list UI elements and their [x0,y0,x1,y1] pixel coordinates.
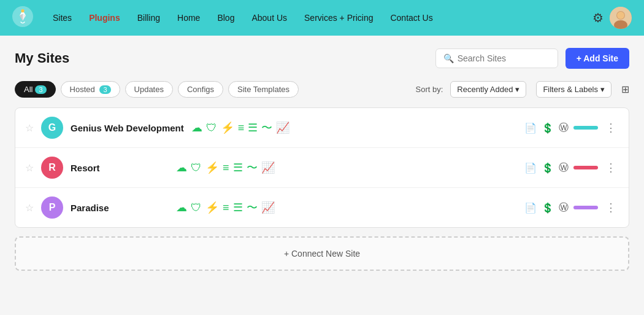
add-site-button[interactable]: + Add Site [565,48,629,69]
site-name[interactable]: Resort [71,163,169,173]
stack-icon[interactable]: ≡ [238,122,245,134]
sort-label: Sort by: [416,85,443,94]
nav-billing[interactable]: Billing [130,8,167,28]
wave-icon[interactable]: 〜 [247,200,258,215]
site-avatar: P [41,196,63,219]
filter-site-templates[interactable]: Site Templates [228,81,299,98]
shield-icon[interactable]: 🛡 [191,201,202,214]
site-avatar: G [41,117,63,139]
sites-list: ☆ G Genius Web Development ☁ 🛡 ⚡ ≡ ☰ 〜 📈… [15,107,629,228]
logo[interactable] [12,6,33,29]
site-avatar: R [41,157,63,179]
avatar-initial: P [49,202,56,213]
more-options-button[interactable]: ⋮ [603,201,619,214]
favorite-star[interactable]: ☆ [25,202,34,214]
wave-icon[interactable]: 〜 [247,160,258,175]
chart-icon[interactable]: 📈 [276,121,289,134]
app-container: Sites Plugins Billing Home Blog About Us… [0,0,644,315]
more-options-button[interactable]: ⋮ [603,121,619,134]
lines-icon[interactable]: ☰ [233,201,243,214]
avatar-initial: G [48,122,56,133]
grid-view-icon[interactable]: ⊞ [621,84,629,95]
nav-about-us[interactable]: About Us [244,8,294,28]
nav-home[interactable]: Home [170,8,207,28]
table-row: ☆ R Resort ☁ 🛡 ⚡ ≡ ☰ 〜 📈 📄 💲 Ⓦ [15,148,629,188]
filter-bar: All3 Hosted 3 Updates Configs Site Templ… [15,81,629,98]
color-label-bar [573,166,598,169]
cloud-icon[interactable]: ☁ [191,121,202,134]
avatar-initial: R [48,162,56,173]
content-area: My Sites 🔍 + Add Site All3 Hosted 3 Upda… [0,36,644,315]
site-actions: 📄 💲 Ⓦ ⋮ [524,121,619,134]
wordpress-icon[interactable]: Ⓦ [559,122,569,134]
lines-icon[interactable]: ☰ [233,161,243,174]
cloud-icon[interactable]: ☁ [176,201,187,214]
site-name[interactable]: Genius Web Development [71,123,184,133]
settings-icon[interactable]: ⚙ [592,10,604,25]
color-label-bar [573,206,598,209]
wave-icon[interactable]: 〜 [261,120,272,135]
cloud-icon[interactable]: ☁ [176,161,187,174]
search-input[interactable] [458,53,550,63]
chevron-down-icon: ▾ [515,85,519,94]
site-plugin-icons: ☁ 🛡 ⚡ ≡ ☰ 〜 📈 [176,200,512,215]
filters-labels-dropdown[interactable]: Filters & Labels ▾ [536,81,611,98]
top-bar: My Sites 🔍 + Add Site [15,48,629,69]
chevron-down-icon: ▾ [600,85,605,94]
billing-icon[interactable]: 💲 [542,202,554,214]
page-title: My Sites [15,50,435,66]
shield-icon[interactable]: 🛡 [191,161,202,174]
search-bar: 🔍 [435,49,558,68]
pages-icon[interactable]: 📄 [524,202,537,214]
chart-icon[interactable]: 📈 [261,161,275,174]
nav-contact-us[interactable]: Contact Us [383,8,440,28]
header-actions: ⚙ [592,7,632,29]
stack-icon[interactable]: ≡ [223,161,229,174]
color-label-bar [573,126,598,130]
nav-blog[interactable]: Blog [210,8,242,28]
stack-icon[interactable]: ≡ [223,201,229,214]
chart-icon[interactable]: 📈 [261,201,275,214]
nav-plugins[interactable]: Plugins [82,8,128,28]
nav-services-pricing[interactable]: Services + Pricing [297,8,380,28]
site-actions: 📄 💲 Ⓦ ⋮ [524,201,619,214]
billing-icon[interactable]: 💲 [542,122,554,134]
nav-sites[interactable]: Sites [45,8,79,28]
site-name[interactable]: Paradise [71,203,169,213]
header: Sites Plugins Billing Home Blog About Us… [0,0,644,36]
lightning-icon[interactable]: ⚡ [221,121,234,134]
avatar[interactable] [610,7,632,29]
svg-point-5 [617,12,624,19]
filter-updates[interactable]: Updates [125,81,173,98]
sort-dropdown[interactable]: Recently Added ▾ [450,81,526,98]
favorite-star[interactable]: ☆ [25,122,34,134]
table-row: ☆ P Paradise ☁ 🛡 ⚡ ≡ ☰ 〜 📈 📄 💲 Ⓦ [15,188,629,227]
more-options-button[interactable]: ⋮ [603,161,619,174]
site-plugin-icons: ☁ 🛡 ⚡ ≡ ☰ 〜 📈 [191,120,512,135]
filter-configs[interactable]: Configs [178,81,223,98]
favorite-star[interactable]: ☆ [25,162,34,174]
search-icon: 🔍 [443,53,454,63]
filter-all[interactable]: All3 [15,81,56,98]
lightning-icon[interactable]: ⚡ [205,161,219,174]
main-nav: Sites Plugins Billing Home Blog About Us… [45,8,592,28]
table-row: ☆ G Genius Web Development ☁ 🛡 ⚡ ≡ ☰ 〜 📈… [15,108,629,148]
filter-hosted[interactable]: Hosted 3 [61,81,120,98]
lines-icon[interactable]: ☰ [248,121,258,134]
connect-new-site-button[interactable]: + Connect New Site [15,236,629,271]
wordpress-icon[interactable]: Ⓦ [559,201,569,214]
lightning-icon[interactable]: ⚡ [205,201,219,214]
pages-icon[interactable]: 📄 [524,162,537,174]
svg-point-1 [21,9,24,12]
site-plugin-icons: ☁ 🛡 ⚡ ≡ ☰ 〜 📈 [176,160,512,175]
wordpress-icon[interactable]: Ⓦ [559,161,569,174]
site-actions: 📄 💲 Ⓦ ⋮ [524,161,619,174]
pages-icon[interactable]: 📄 [524,122,537,134]
billing-icon[interactable]: 💲 [542,162,554,174]
avatar-image [610,7,632,29]
shield-icon[interactable]: 🛡 [206,122,217,134]
